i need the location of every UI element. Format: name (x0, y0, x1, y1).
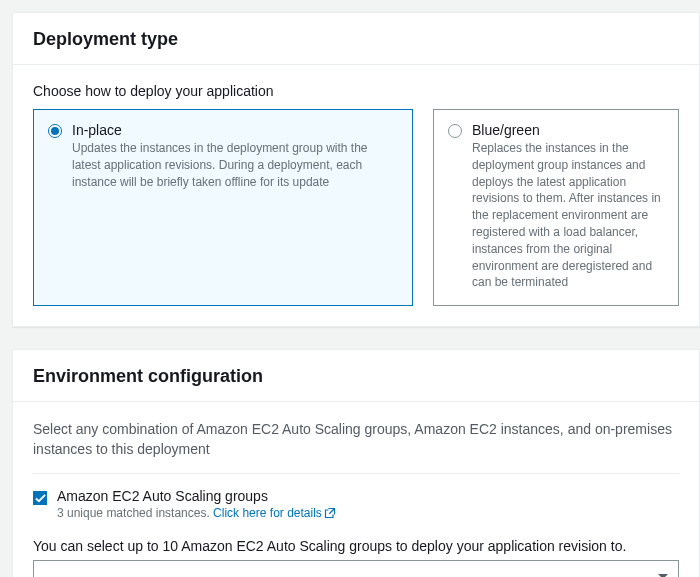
option-in-place[interactable]: In-place Updates the instances in the de… (33, 109, 413, 306)
choose-deploy-label: Choose how to deploy your application (33, 83, 679, 99)
option-blue-green[interactable]: Blue/green Replaces the instances in the… (433, 109, 679, 306)
env-config-body: Select any combination of Amazon EC2 Aut… (13, 402, 699, 577)
option-in-place-title: In-place (72, 122, 398, 138)
option-blue-green-desc: Replaces the instances in the deployment… (472, 140, 664, 291)
deployment-type-header: Deployment type (13, 13, 699, 65)
env-config-panel: Environment configuration Select any com… (12, 349, 700, 577)
asg-matched-count: 3 unique matched instances. (57, 506, 213, 520)
deployment-type-options: In-place Updates the instances in the de… (33, 109, 679, 306)
asg-checkbox[interactable] (33, 491, 47, 505)
radio-icon (48, 124, 62, 138)
deployment-type-panel: Deployment type Choose how to deploy you… (12, 12, 700, 327)
asg-select-label: You can select up to 10 Amazon EC2 Auto … (33, 538, 679, 554)
env-config-desc: Select any combination of Amazon EC2 Aut… (33, 420, 679, 459)
deployment-type-heading: Deployment type (33, 29, 679, 50)
asg-checkbox-row: Amazon EC2 Auto Scaling groups 3 unique … (33, 488, 679, 522)
check-icon (35, 493, 46, 504)
asg-select-dropdown[interactable] (33, 560, 679, 577)
divider (33, 473, 679, 474)
env-config-header: Environment configuration (13, 350, 699, 402)
asg-checkbox-subtext: 3 unique matched instances. Click here f… (57, 506, 336, 522)
asg-checkbox-label: Amazon EC2 Auto Scaling groups (57, 488, 336, 504)
option-in-place-desc: Updates the instances in the deployment … (72, 140, 398, 190)
asg-details-link[interactable]: Click here for details (213, 506, 336, 520)
radio-icon (448, 124, 462, 138)
env-config-heading: Environment configuration (33, 366, 679, 387)
external-link-icon (324, 507, 336, 522)
deployment-type-body: Choose how to deploy your application In… (13, 65, 699, 326)
option-blue-green-title: Blue/green (472, 122, 664, 138)
